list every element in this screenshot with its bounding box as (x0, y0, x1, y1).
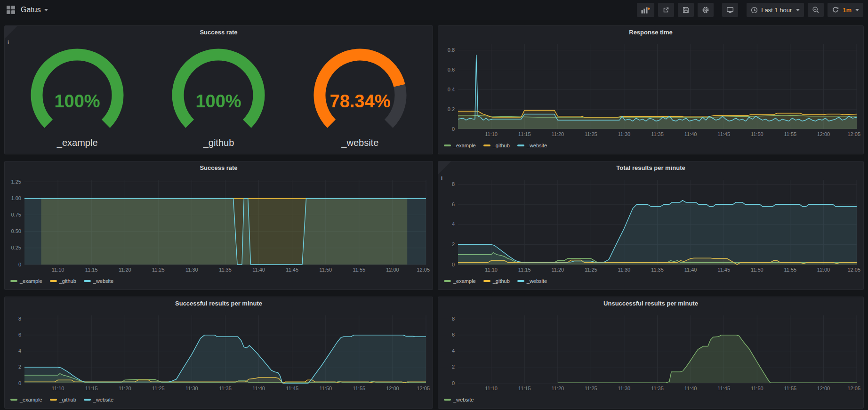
legend-item-_website[interactable]: _website (444, 397, 474, 402)
legend-item-_example[interactable]: _example (10, 278, 42, 284)
svg-text:11:50: 11:50 (319, 386, 332, 391)
svg-text:11:35: 11:35 (651, 131, 664, 137)
svg-text:11:25: 11:25 (152, 386, 165, 391)
success-rate-chart[interactable]: 00.250.500.751.001.2511:1011:1511:2011:2… (5, 174, 433, 275)
svg-text:11:55: 11:55 (353, 386, 365, 391)
chart-legend: _example_github_website (5, 275, 433, 289)
gauge-value: 100% (55, 91, 100, 111)
svg-text:11:40: 11:40 (252, 267, 265, 273)
svg-text:6: 6 (452, 332, 455, 338)
settings-button[interactable] (698, 3, 714, 17)
legend-item-_website[interactable]: _website (84, 397, 113, 402)
legend-item-_website[interactable]: _website (517, 143, 547, 148)
chevron-down-icon[interactable] (44, 9, 48, 11)
refresh-button[interactable]: 1m (828, 3, 863, 17)
zoom-out-button[interactable] (808, 3, 824, 17)
svg-text:11:40: 11:40 (684, 267, 697, 273)
svg-text:11:30: 11:30 (618, 131, 631, 137)
panel-title[interactable]: Success rate (5, 26, 433, 39)
chart-legend: _example_github_website (5, 394, 433, 408)
svg-text:11:50: 11:50 (319, 267, 332, 273)
chart-svg: 0246811:1011:1511:2011:2511:3011:3511:40… (438, 174, 863, 275)
panel-title[interactable]: Response time (438, 26, 863, 39)
panel-title[interactable]: Unsuccessful results per minute (438, 297, 863, 310)
legend-color-dash (517, 280, 524, 282)
legend-item-_website[interactable]: _website (517, 278, 547, 284)
add-panel-button[interactable] (637, 3, 654, 17)
svg-text:11:25: 11:25 (585, 131, 597, 137)
svg-text:0: 0 (452, 380, 455, 386)
legend-color-dash (50, 280, 57, 282)
svg-text:11:50: 11:50 (751, 267, 764, 273)
svg-text:4: 4 (18, 348, 21, 354)
svg-text:8: 8 (452, 316, 455, 322)
panel-title[interactable]: Success rate (5, 161, 433, 174)
legend-label: _example (453, 143, 476, 148)
svg-text:11:25: 11:25 (585, 267, 597, 273)
svg-text:12:00: 12:00 (817, 386, 830, 391)
response-time-chart[interactable]: 00.20.40.60.811:1011:1511:2011:2511:3011… (438, 39, 863, 139)
svg-text:11:15: 11:15 (85, 386, 98, 391)
svg-text:11:55: 11:55 (353, 267, 365, 273)
svg-text:11:20: 11:20 (119, 267, 131, 273)
panel-title[interactable]: Total results per minute (438, 161, 863, 174)
svg-text:12:00: 12:00 (817, 131, 830, 137)
svg-text:11:10: 11:10 (485, 131, 498, 137)
panel-info-corner[interactable]: i (438, 161, 451, 174)
panel-success-rate-timeseries: Success rate 00.250.500.751.001.2511:101… (4, 161, 433, 290)
legend-label: _website (93, 397, 113, 402)
svg-text:11:25: 11:25 (152, 267, 165, 273)
total-results-chart[interactable]: 0246811:1011:1511:2011:2511:3011:3511:40… (438, 174, 863, 275)
unsuccessful-results-chart[interactable]: 0246811:1011:1511:2011:2511:3011:3511:40… (438, 310, 863, 394)
svg-text:12:00: 12:00 (386, 267, 399, 273)
bar-chart-plus-icon (641, 7, 650, 14)
legend-item-_website[interactable]: _website (84, 278, 113, 284)
legend-item-_example[interactable]: _example (10, 397, 42, 402)
legend-item-_example[interactable]: _example (444, 278, 476, 284)
navbar-left: Gatus (7, 6, 48, 14)
svg-text:11:30: 11:30 (185, 267, 198, 273)
svg-text:12:00: 12:00 (386, 386, 399, 391)
legend-color-dash (517, 145, 524, 146)
svg-text:11:35: 11:35 (219, 386, 232, 391)
svg-text:11:10: 11:10 (52, 386, 64, 391)
panel-unsuccessful-results: Unsuccessful results per minute 0246811:… (438, 297, 864, 409)
panel-info-corner[interactable]: i (5, 26, 17, 39)
svg-text:0.25: 0.25 (11, 245, 21, 250)
legend-item-_github[interactable]: _github (483, 278, 510, 284)
gauge-arc: 100% (148, 44, 289, 137)
legend-item-_github[interactable]: _github (50, 278, 76, 284)
svg-text:11:35: 11:35 (651, 267, 664, 273)
svg-text:0.4: 0.4 (448, 87, 455, 92)
svg-text:11:55: 11:55 (784, 131, 796, 137)
svg-text:0.75: 0.75 (11, 212, 21, 217)
legend-item-_github[interactable]: _github (483, 143, 510, 148)
legend-label: _website (93, 278, 113, 284)
gauge-label: _website (341, 137, 378, 152)
share-button[interactable] (658, 3, 674, 17)
cycle-view-button[interactable] (722, 3, 738, 17)
svg-text:11:20: 11:20 (119, 386, 131, 391)
svg-text:4: 4 (452, 348, 455, 354)
time-range-button[interactable]: Last 1 hour (747, 3, 804, 17)
refresh-interval-label: 1m (843, 7, 852, 14)
save-button[interactable] (678, 3, 694, 17)
chart-legend: _example_github_website (438, 275, 863, 289)
gauge-label: _example (57, 137, 98, 152)
panel-title[interactable]: Successful results per minute (5, 297, 433, 310)
svg-text:8: 8 (18, 316, 21, 322)
panel-response-time: Response time 00.20.40.60.811:1011:1511:… (438, 25, 864, 154)
gauge-arc: 78.34% (289, 44, 431, 137)
svg-text:12:00: 12:00 (817, 267, 830, 273)
gauge-arc: 100% (7, 44, 148, 137)
legend-item-_example[interactable]: _example (444, 143, 476, 148)
dashboard-title[interactable]: Gatus (21, 6, 41, 14)
legend-item-_github[interactable]: _github (50, 397, 76, 402)
successful-results-chart[interactable]: 0246811:1011:1511:2011:2511:3011:3511:40… (5, 310, 433, 394)
chart-svg: 0246811:1011:1511:2011:2511:3011:3511:40… (438, 310, 863, 394)
svg-text:6: 6 (18, 332, 21, 338)
svg-text:6: 6 (452, 201, 455, 207)
dashboard-grid-icon[interactable] (7, 6, 15, 14)
legend-color-dash (483, 145, 490, 146)
legend-label: _example (20, 397, 42, 402)
